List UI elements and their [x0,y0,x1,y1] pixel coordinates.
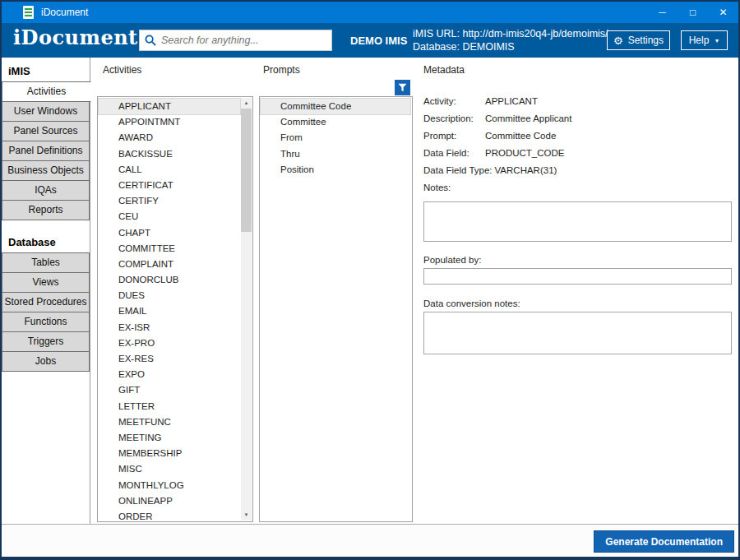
sidebar-tab[interactable]: Functions [2,312,90,332]
sidebar-tab[interactable]: IQAs [2,180,90,201]
activity-list-item[interactable]: EX-ISR [99,320,240,336]
activity-list-item[interactable]: DUES [99,288,240,303]
imis-url-text: iMIS URL: http://dm-imis20q4-jb/demoimis… [413,27,608,40]
activity-list-item[interactable]: CALL [99,162,240,178]
sidebar-tab[interactable]: Business Objects [2,160,90,181]
activity-list-item[interactable]: EMAIL [99,303,240,319]
prompt-list-item[interactable]: Committee Code [261,99,410,114]
activity-list-item[interactable]: APPOINTMNT [99,114,240,130]
gear-icon: ⚙ [613,35,623,46]
metadata-field-row: Data Field: PRODUCT_CODE [423,144,732,161]
prompt-list-item[interactable]: Position [261,162,410,178]
metadata-field-value: PRODUCT_CODE [485,148,564,158]
chevron-down-icon: ▼ [714,38,719,44]
filter-button[interactable] [395,80,410,95]
notes-textarea[interactable] [423,201,732,242]
main-content: iMIS ActivitiesUser WindowsPanel Sources… [2,58,738,524]
metadata-column-label: Metadata [423,64,465,76]
activity-list-item[interactable]: GIFT [99,382,240,398]
populated-by-input[interactable] [423,268,732,285]
metadata-field-value: Committee Applicant [485,113,571,123]
search-input[interactable] [161,35,326,46]
prompt-list-item[interactable]: From [261,130,410,146]
metadata-field-label: Data Field: [423,148,485,158]
sidebar-database-tabs: TablesViewsStored ProceduresFunctionsTri… [2,252,90,372]
activity-list-item[interactable]: AWARD [99,130,240,146]
metadata-panel: Activity: APPLICANT Description: Committ… [423,92,732,354]
activity-list-item[interactable]: MEMBERSHIP [99,446,240,461]
metadata-field-row: Data Field Type: VARCHAR(31) [423,161,732,178]
activity-list-item[interactable]: COMPLAINT [99,257,240,272]
scroll-down-icon[interactable]: ▼ [241,510,252,521]
activity-list-item[interactable]: EX-PRO [99,336,240,351]
titlebar: iDocument ─ □ ✕ [2,2,738,23]
metadata-field-label: Description: [423,113,485,123]
prompts-column-label: Prompts [263,64,300,76]
notes-label: Notes: [423,178,732,196]
activity-list-item[interactable]: CHAPT [99,225,240,241]
activities-list: APPLICANTAPPOINTMNTAWARDBACKISSUECALLCER… [99,99,240,525]
metadata-fields: Activity: APPLICANT Description: Committ… [423,92,732,178]
activities-listbox: APPLICANTAPPOINTMNTAWARDBACKISSUECALLCER… [97,96,253,522]
activity-list-item[interactable]: MISC [99,461,240,477]
activity-list-item[interactable]: COMMITTEE [99,241,240,257]
maximize-button[interactable]: □ [678,2,708,23]
metadata-field-row: Description: Committee Applicant [423,109,732,127]
activity-list-item[interactable]: DONORCLUB [99,272,240,288]
generate-documentation-button[interactable]: Generate Documentation [594,530,734,553]
activity-list-item[interactable]: EX-RES [99,351,240,367]
close-button[interactable]: ✕ [708,2,738,23]
app-logo: iDocument [13,25,138,49]
window-title: iDocument [41,7,88,18]
activity-list-item[interactable]: CEU [99,209,240,224]
activity-list-item[interactable]: CERTIFICAT [99,178,240,193]
scroll-up-icon[interactable]: ▲ [241,98,252,109]
sidebar-tab[interactable]: Stored Procedures [2,292,90,312]
activity-list-item[interactable]: MEETING [99,430,240,446]
sidebar-tab[interactable]: Panel Definitions [2,141,90,161]
prompt-list-item[interactable]: Thru [261,146,410,162]
database-text: Database: DEMOIMIS [413,40,608,53]
search-box [139,30,332,51]
sidebar-tab[interactable]: Triggers [2,331,90,352]
minimize-button[interactable]: ─ [647,2,678,23]
activity-list-item[interactable]: EXPO [99,367,240,382]
settings-button[interactable]: ⚙ Settings [607,30,670,50]
sidebar-tab[interactable]: User Windows [2,101,90,122]
activity-list-item[interactable]: ONLINEAPP [99,493,240,509]
prompts-listbox: Committee CodeCommitteeFromThruPosition [259,96,413,522]
sidebar-tab[interactable]: Panel Sources [2,121,90,141]
search-icon [145,35,156,46]
metadata-field-value: VARCHAR(31) [495,165,557,175]
app-header: iDocument DEMO IMIS iMIS URL: http://dm-… [2,23,738,58]
sidebar-section-imis-title: iMIS [2,58,90,82]
sidebar-tab[interactable]: Tables [2,252,90,273]
data-conversion-notes-label: Data conversion notes: [423,294,732,312]
sidebar-tab[interactable]: Jobs [2,351,90,372]
metadata-field-row: Prompt: Committee Code [423,127,732,144]
activity-list-item[interactable]: CERTIFY [99,193,240,209]
populated-by-label: Populated by: [423,251,732,268]
metadata-field-label: Prompt: [423,131,485,141]
sidebar-tab[interactable]: Activities [2,81,91,102]
sidebar-imis-tabs: ActivitiesUser WindowsPanel SourcesPanel… [2,81,90,220]
sidebar-tab[interactable]: Reports [2,200,90,220]
prompt-list-item[interactable]: Committee [261,114,410,130]
metadata-field-value: Committee Code [485,131,556,141]
data-conversion-notes-textarea[interactable] [423,312,732,354]
metadata-field-label: Activity: [423,96,485,106]
activity-list-item[interactable]: ORDER [99,509,240,525]
activity-list-item[interactable]: LETTER [99,399,240,414]
document-icon [23,6,34,19]
app-window: iDocument ─ □ ✕ iDocument DEMO IMIS iMIS… [0,0,740,560]
metadata-field-value: APPLICANT [485,96,538,106]
filter-icon [398,83,407,92]
sidebar-tab[interactable]: Views [2,272,90,293]
activity-list-item[interactable]: MEETFUNC [99,414,240,430]
activity-list-item[interactable]: BACKISSUE [99,146,240,162]
activity-list-item[interactable]: APPLICANT [99,99,240,114]
activity-list-item[interactable]: MONTHLYLOG [99,478,240,493]
scrollbar-thumb[interactable] [241,109,252,232]
activities-scrollbar[interactable]: ▲ ▼ [241,98,252,521]
help-button[interactable]: Help ▼ [681,30,728,50]
